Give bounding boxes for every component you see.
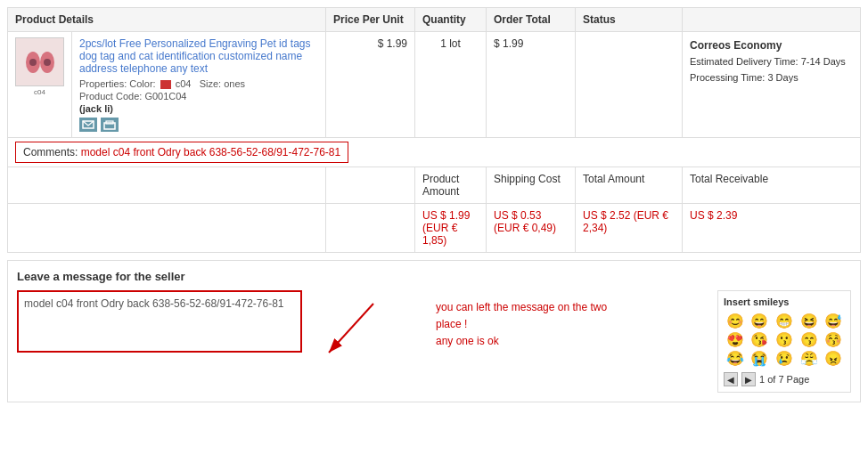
product-details-cell: 2pcs/lot Free Personalized Engraving Pet… xyxy=(72,32,326,138)
message-textarea-content: model c04 front Odry back 638-56-52-68/9… xyxy=(24,297,284,310)
total-amount-label: Total Amount xyxy=(576,167,683,204)
message-section: Leave a message for the seller model c04… xyxy=(7,260,861,402)
smiley-item[interactable]: 😠 xyxy=(822,350,845,367)
properties-label: Properties: xyxy=(79,78,127,89)
order-total-cell: $ 1.99 xyxy=(487,32,576,138)
delivery-title: Correos Economy xyxy=(690,39,782,52)
arrow-svg xyxy=(320,295,382,366)
smiley-item[interactable]: 😆 xyxy=(798,313,821,329)
color-label: Color: xyxy=(129,78,155,89)
action-icons xyxy=(79,118,318,132)
product-row: c04 2pcs/lot Free Personalized Engraving… xyxy=(8,32,861,138)
product-image-cell: c04 xyxy=(8,32,72,138)
header-price: Price Per Unit xyxy=(326,8,415,32)
smiley-item[interactable]: 😢 xyxy=(773,350,796,367)
smiley-item[interactable]: 😭 xyxy=(749,350,772,367)
size-value: ones xyxy=(224,78,245,89)
product-amount-label: Product Amount xyxy=(415,167,487,204)
svg-point-2 xyxy=(29,59,37,66)
annotation-line1: you can left the message on the two xyxy=(436,301,607,313)
annotation-container: you can left the message on the two plac… xyxy=(320,290,700,366)
product-table: Product Details Price Per Unit Quantity … xyxy=(7,7,861,253)
total-amount-value: US $ 2.52 (EUR € 2,34) xyxy=(576,204,683,253)
product-code-label: Product Code: xyxy=(79,91,142,102)
seller-name: (jack li) xyxy=(79,103,318,114)
smiley-nav: ◀ ▶ 1 of 7 Page xyxy=(724,372,845,386)
delivery-cell: Correos Economy Estimated Delivery Time:… xyxy=(683,32,861,138)
smiley-grid: 😊😄😁😆😅😍😘😗😙😚😂😭😢😤😠 xyxy=(724,313,845,367)
empty-cell xyxy=(8,167,326,204)
print-icon[interactable] xyxy=(101,118,119,132)
comments-row: Comments: model c04 front Odry back 638-… xyxy=(8,138,861,167)
totals-labels-row: Product Amount Shipping Cost Total Amoun… xyxy=(8,167,861,204)
product-image xyxy=(15,37,64,86)
empty-cell2 xyxy=(326,167,415,204)
message-area-wrapper: model c04 front Odry back 638-56-52-68/9… xyxy=(17,290,851,393)
totals-values-row: US $ 1.99 (EUR € 1,85) US $ 0.53 (EUR € … xyxy=(8,204,861,253)
product-properties: Properties: Color: c04 Size: ones xyxy=(79,78,318,89)
header-status: Status xyxy=(576,8,683,32)
delivery-estimated: Estimated Delivery Time: 7-14 Days xyxy=(690,56,846,67)
price-cell: $ 1.99 xyxy=(326,32,415,138)
status-cell xyxy=(576,32,683,138)
smiley-item[interactable]: 😤 xyxy=(798,350,821,367)
smiley-item[interactable]: 😁 xyxy=(773,313,796,329)
product-thumbnail xyxy=(22,45,58,80)
delivery-info: Correos Economy Estimated Delivery Time:… xyxy=(690,37,853,85)
delivery-processing: Processing Time: 3 Days xyxy=(690,72,798,83)
smiley-panel: Insert smileys 😊😄😁😆😅😍😘😗😙😚😂😭😢😤😠 ◀ ▶ 1 of … xyxy=(717,290,851,393)
product-title-link[interactable]: 2pcs/lot Free Personalized Engraving Pet… xyxy=(79,37,310,75)
smiley-item[interactable]: 😂 xyxy=(724,350,747,367)
color-value: c04 xyxy=(176,78,192,89)
header-quantity: Quantity xyxy=(415,8,487,32)
header-product-details: Product Details xyxy=(8,8,326,32)
size-label: Size: xyxy=(200,78,221,89)
smiley-item[interactable]: 😄 xyxy=(749,313,772,329)
smiley-panel-title: Insert smileys xyxy=(724,296,845,307)
comments-cell: Comments: model c04 front Odry back 638-… xyxy=(8,138,861,167)
message-textarea[interactable]: model c04 front Odry back 638-56-52-68/9… xyxy=(17,290,302,353)
empty-cell3 xyxy=(8,204,326,253)
comments-box: Comments: model c04 front Odry back 638-… xyxy=(15,142,348,163)
quantity-cell: 1 lot xyxy=(415,32,487,138)
total-receivable-value: US $ 2.39 xyxy=(683,204,861,253)
smiley-item[interactable]: 😍 xyxy=(724,331,747,348)
total-receivable-label: Total Receivable xyxy=(683,167,861,204)
product-code-value: G001C04 xyxy=(144,91,186,102)
message-icon[interactable] xyxy=(79,118,97,132)
annotation-text: you can left the message on the two plac… xyxy=(436,299,607,351)
product-img-label: c04 xyxy=(15,88,64,96)
color-swatch xyxy=(160,80,171,89)
annotation-line3: any one is ok xyxy=(436,335,499,347)
smiley-item[interactable]: 😙 xyxy=(798,331,821,348)
svg-line-8 xyxy=(329,304,373,353)
annotation-line2: place ! xyxy=(436,318,467,330)
product-code-row: Product Code: G001C04 xyxy=(79,91,318,102)
smiley-item[interactable]: 😅 xyxy=(822,313,845,329)
smiley-item[interactable]: 😘 xyxy=(749,331,772,348)
header-delivery xyxy=(683,8,861,32)
smiley-next-button[interactable]: ▶ xyxy=(741,372,756,386)
smiley-item[interactable]: 😊 xyxy=(724,313,747,329)
empty-cell4 xyxy=(326,204,415,253)
smiley-item[interactable]: 😚 xyxy=(822,331,845,348)
product-amount-value: US $ 1.99 (EUR € 1,85) xyxy=(415,204,487,253)
comments-label: Comments: xyxy=(23,146,78,158)
smiley-page-indicator: 1 of 7 Page xyxy=(759,374,809,385)
smiley-item[interactable]: 😗 xyxy=(773,331,796,348)
smiley-prev-button[interactable]: ◀ xyxy=(724,372,738,386)
shipping-cost-label: Shipping Cost xyxy=(487,167,576,204)
svg-point-3 xyxy=(44,59,51,66)
shipping-cost-value: US $ 0.53 (EUR € 0,49) xyxy=(487,204,576,253)
comments-text: model c04 front Odry back 638-56-52-68/9… xyxy=(81,146,341,158)
header-order-total: Order Total xyxy=(487,8,576,32)
message-section-title: Leave a message for the seller xyxy=(17,270,851,283)
